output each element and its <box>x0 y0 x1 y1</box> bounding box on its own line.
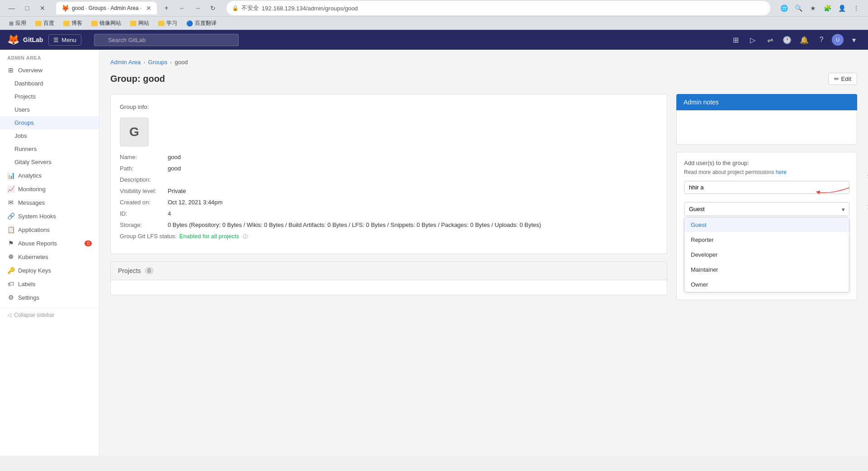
admin-notes-textarea[interactable] <box>684 118 849 136</box>
group-info-card: Group info: G Name: good Path: good <box>110 94 667 254</box>
sidebar-item-analytics[interactable]: 📊 Analytics <box>0 169 99 182</box>
bookmark-study[interactable]: 学习 <box>155 19 181 28</box>
edit-button[interactable]: ✏ Edit <box>828 73 857 85</box>
storage-row: Storage: 0 Bytes (Repository: 0 Bytes / … <box>120 221 658 228</box>
main-layout: Admin Area ⊞ Overview Dashboard Projects… <box>0 50 868 456</box>
path-value: good <box>168 165 181 172</box>
sidebar-item-gitaly-label: Gitaly Servers <box>14 159 52 165</box>
applications-icon: 📋 <box>7 226 14 233</box>
sidebar-item-analytics-label: Analytics <box>18 172 42 179</box>
menu-dots-icon[interactable]: ⋮ <box>850 2 863 14</box>
sidebar-item-hooks[interactable]: 🔗 System Hooks <box>0 209 99 223</box>
projects-header: Projects 0 <box>111 262 667 280</box>
admin-notes-body[interactable] <box>676 110 857 145</box>
sidebar-item-kubernetes-label: Kubernetes <box>18 254 48 260</box>
created-row: Created on: Oct 12, 2021 3:44pm <box>120 199 658 206</box>
admin-notes-card: Admin notes <box>676 94 857 145</box>
back-button[interactable]: ← <box>176 2 189 14</box>
sidebar-item-deploykeys[interactable]: 🔑 Deploy Keys <box>0 264 99 277</box>
topnav-chevron-icon[interactable]: ▾ <box>847 33 861 47</box>
sidebar-item-overview[interactable]: ⊞ Overview <box>0 63 99 77</box>
id-value: 4 <box>168 210 171 217</box>
reload-button[interactable]: ↻ <box>207 2 219 14</box>
topnav-play-icon[interactable]: ▷ <box>746 33 760 47</box>
lfs-info-icon: ⓘ <box>243 234 248 239</box>
active-tab[interactable]: 🦊 good · Groups · Admin Area · ✕ <box>56 2 157 14</box>
sidebar-item-groups[interactable]: Groups <box>0 116 99 129</box>
storage-label: Storage: <box>120 221 165 228</box>
sidebar: Admin Area ⊞ Overview Dashboard Projects… <box>0 50 99 456</box>
maximize-button[interactable]: □ <box>21 2 33 14</box>
address-bar[interactable]: 🔒 不安全 192.168.129.134/admin/groups/good <box>226 1 770 15</box>
folder-icon <box>158 21 165 26</box>
sidebar-item-kubernetes[interactable]: ☸ Kubernetes <box>0 250 99 264</box>
deploy-keys-icon: 🔑 <box>7 267 14 274</box>
dropdown-item-guest[interactable]: Guest <box>684 217 849 232</box>
content-area: Admin Area › Groups › good Group: good ✏… <box>99 50 868 456</box>
abuse-icon: ⚑ <box>7 240 14 247</box>
name-label: Name: <box>120 154 165 160</box>
projects-count: 0 <box>145 267 154 274</box>
gitlab-logo[interactable]: 🦊 GitLab <box>7 34 43 46</box>
security-icon: 🔒 <box>232 5 239 11</box>
bookmark-website[interactable]: 网站 <box>127 19 153 28</box>
dropdown-item-maintainer[interactable]: Maintainer <box>684 262 849 277</box>
overview-icon: ⊞ <box>7 66 14 74</box>
nav-controls[interactable]: ← → ↻ <box>176 2 219 14</box>
breadcrumb-groups[interactable]: Groups <box>148 59 168 66</box>
close-button[interactable]: ✕ <box>36 2 49 14</box>
breadcrumb-admin[interactable]: Admin Area <box>110 59 141 66</box>
sidebar-item-applications[interactable]: 📋 Applications <box>0 223 99 236</box>
search-icon[interactable]: 🔍 <box>792 2 805 14</box>
user-avatar[interactable]: U <box>832 34 844 46</box>
sidebar-item-monitoring[interactable]: 📈 Monitoring <box>0 182 99 196</box>
group-info-card-body: Group info: G Name: good Path: good <box>111 94 667 254</box>
collapse-sidebar-button[interactable]: ◁ Collapse sidebar <box>0 308 99 322</box>
translate-icon[interactable]: 🌐 <box>778 2 790 14</box>
lfs-value-text: Enabled for all projects <box>179 233 239 240</box>
global-search[interactable] <box>94 34 239 46</box>
sidebar-item-dashboard[interactable]: Dashboard <box>0 77 99 90</box>
bookmark-icon[interactable]: ★ <box>807 2 819 14</box>
bookmark-apps[interactable]: ⊞ 应用 <box>5 19 30 28</box>
account-icon[interactable]: 👤 <box>835 2 848 14</box>
window-controls[interactable]: — □ ✕ <box>5 2 49 14</box>
tab-close-icon[interactable]: ✕ <box>146 5 151 12</box>
topnav-bell-icon[interactable]: 🔔 <box>797 33 811 47</box>
lfs-row: Group Git LFS status: Enabled for all pr… <box>120 233 658 240</box>
permissions-link[interactable]: here <box>776 169 787 175</box>
sidebar-item-labels[interactable]: 🏷 Labels <box>0 277 99 291</box>
topnav-grid-icon[interactable]: ⊞ <box>729 33 742 47</box>
new-tab-button[interactable]: + <box>160 2 172 14</box>
bookmark-blog[interactable]: 博客 <box>60 19 86 28</box>
sidebar-item-users-label: Users <box>14 106 30 113</box>
sidebar-item-messages[interactable]: ✉ Messages <box>0 196 99 209</box>
sidebar-item-users[interactable]: Users <box>0 103 99 116</box>
dropdown-item-reporter[interactable]: Reporter <box>684 232 849 247</box>
topnav-help-icon[interactable]: ? <box>815 33 828 47</box>
sidebar-item-settings[interactable]: ⚙ Settings <box>0 291 99 304</box>
sidebar-item-projects[interactable]: Projects <box>0 90 99 103</box>
kubernetes-icon: ☸ <box>7 253 14 260</box>
bookmark-mirror[interactable]: 镜像网站 <box>88 19 125 28</box>
sidebar-item-gitaly[interactable]: Gitaly Servers <box>0 155 99 169</box>
minimize-button[interactable]: — <box>5 2 18 14</box>
id-row: ID: 4 <box>120 210 658 217</box>
bookmark-baidu[interactable]: 百度 <box>32 19 58 28</box>
sidebar-item-abuse[interactable]: ⚑ Abuse Reports 0 <box>0 236 99 250</box>
dropdown-item-developer[interactable]: Developer <box>684 247 849 262</box>
topnav-clock-icon[interactable]: 🕐 <box>780 33 794 47</box>
permission-select[interactable]: Guest Reporter Developer Maintainer Owne… <box>684 202 849 216</box>
sidebar-item-monitoring-label: Monitoring <box>18 186 46 193</box>
extensions-icon[interactable]: 🧩 <box>821 2 834 14</box>
bookmark-translate[interactable]: 🔵 百度翻译 <box>183 19 220 28</box>
sidebar-item-jobs[interactable]: Jobs <box>0 129 99 142</box>
search-input[interactable] <box>94 34 239 46</box>
forward-button[interactable]: → <box>191 2 204 14</box>
topnav-merge-icon[interactable]: ⇌ <box>763 33 777 47</box>
user-search-input[interactable] <box>684 181 849 194</box>
sidebar-item-runners[interactable]: Runners <box>0 142 99 155</box>
sidebar-item-hooks-label: System Hooks <box>18 213 56 220</box>
menu-button[interactable]: ☰ Menu <box>48 34 81 46</box>
dropdown-item-owner[interactable]: Owner <box>684 277 849 292</box>
